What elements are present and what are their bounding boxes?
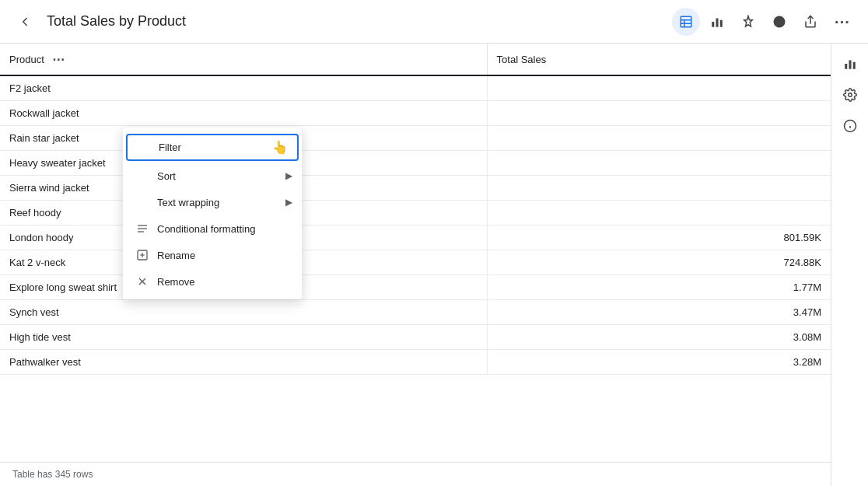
- filter-menu-icon: [137, 141, 151, 155]
- menu-item-filter[interactable]: Filter👆: [126, 134, 299, 161]
- table-icon: [679, 15, 693, 29]
- cell-total-sales: [487, 101, 831, 126]
- conditional-formatting-menu-label: Conditional formatting: [157, 223, 289, 235]
- cell-product: High tide vest: [0, 325, 487, 350]
- share-button[interactable]: [796, 8, 824, 36]
- rename-menu-label: Rename: [157, 250, 289, 261]
- menu-item-remove[interactable]: Remove: [123, 268, 302, 295]
- cell-total-sales: 3.08M: [487, 325, 831, 350]
- sidebar-settings-button[interactable]: [836, 81, 864, 109]
- cell-product: F2 jacket: [0, 75, 487, 101]
- svg-rect-5: [716, 18, 719, 26]
- submenu-arrow-icon: ▶: [285, 197, 292, 208]
- column-more-icon: ⋯: [52, 52, 65, 67]
- window: Total Sales by Product: [0, 0, 868, 486]
- rename-menu-icon: [135, 248, 149, 262]
- back-button[interactable]: [12, 9, 37, 34]
- cell-total-sales: [487, 176, 831, 201]
- cell-product: Synch vest: [0, 300, 487, 325]
- conditional-formatting-menu-icon: [135, 222, 149, 236]
- sort-menu-icon: [135, 169, 149, 183]
- menu-item-sort[interactable]: Sort▶: [123, 163, 302, 189]
- menu-item-rename[interactable]: Rename: [123, 242, 302, 268]
- page-title: Total Sales by Product: [47, 13, 672, 30]
- table-row: Synch vest3.47M: [0, 300, 831, 325]
- back-arrow-icon: [18, 15, 32, 29]
- sort-menu-label: Sort: [157, 170, 289, 182]
- pin-icon: [741, 15, 755, 29]
- cell-product: Pathwalker vest: [0, 350, 487, 375]
- column-header-total-sales: Total Sales: [487, 44, 831, 75]
- svg-rect-0: [681, 16, 691, 27]
- layout-body: Product ⋯ Total Sales F2 jacketRockwall …: [0, 44, 868, 486]
- more-options-button[interactable]: ⋯: [828, 8, 856, 36]
- product-column-label: Product: [9, 54, 44, 65]
- cell-total-sales: [487, 126, 831, 151]
- text-wrapping-menu-label: Text wrapping: [157, 197, 289, 208]
- header: Total Sales by Product: [0, 0, 868, 44]
- filter-menu-label: Filter: [159, 142, 261, 153]
- sidebar-chart-icon: [843, 57, 857, 71]
- table-row: High tide vest3.08M: [0, 325, 831, 350]
- cell-total-sales: [487, 151, 831, 176]
- table-row: F2 jacket: [0, 75, 831, 101]
- cell-total-sales: 3.28M: [487, 350, 831, 375]
- svg-rect-19: [852, 62, 855, 69]
- product-column-more-button[interactable]: ⋯: [49, 50, 68, 68]
- pin-button[interactable]: [734, 8, 762, 36]
- table-row: Pathwalker vest3.28M: [0, 350, 831, 375]
- cell-product: Rockwall jacket: [0, 101, 487, 126]
- share-icon: [803, 15, 817, 29]
- cell-total-sales: [487, 201, 831, 226]
- more-icon: ⋯: [834, 12, 850, 31]
- submenu-arrow-icon: ▶: [285, 170, 292, 181]
- svg-point-20: [848, 93, 852, 97]
- gear-icon: [843, 88, 857, 102]
- cell-total-sales: [487, 75, 831, 101]
- bulb-icon: [772, 15, 786, 29]
- column-header-product: Product ⋯: [0, 44, 487, 75]
- cell-total-sales: 801.59K: [487, 226, 831, 250]
- header-actions: ⋯: [672, 8, 856, 36]
- svg-point-7: [774, 16, 785, 27]
- menu-item-text-wrapping[interactable]: Text wrapping▶: [123, 189, 302, 215]
- chart-view-button[interactable]: [703, 8, 731, 36]
- row-count-label: Table has 345 rows: [12, 469, 93, 480]
- table-view-button[interactable]: [672, 8, 700, 36]
- svg-rect-17: [845, 64, 847, 69]
- sidebar-info-button[interactable]: [836, 112, 864, 140]
- svg-rect-4: [712, 22, 714, 27]
- cell-total-sales: 1.77M: [487, 275, 831, 300]
- table-footer: Table has 345 rows: [0, 462, 831, 486]
- svg-rect-6: [720, 19, 723, 26]
- main-content: Product ⋯ Total Sales F2 jacketRockwall …: [0, 44, 831, 486]
- remove-menu-icon: [135, 274, 149, 288]
- table-row: Rockwall jacket: [0, 101, 831, 126]
- svg-rect-18: [849, 61, 851, 69]
- insights-button[interactable]: [765, 8, 793, 36]
- cell-total-sales: 3.47M: [487, 300, 831, 325]
- remove-menu-label: Remove: [157, 276, 289, 288]
- bar-chart-icon: [710, 15, 724, 29]
- cursor-icon: 👆: [272, 140, 288, 155]
- sidebar-chart-button[interactable]: [836, 50, 864, 78]
- text-wrapping-menu-icon: [135, 195, 149, 209]
- context-menu: Filter👆Sort▶Text wrapping▶Conditional fo…: [123, 128, 302, 299]
- menu-item-conditional-formatting[interactable]: Conditional formatting: [123, 215, 302, 242]
- right-sidebar: [831, 44, 868, 486]
- info-icon: [843, 119, 857, 133]
- cell-total-sales: 724.88K: [487, 250, 831, 275]
